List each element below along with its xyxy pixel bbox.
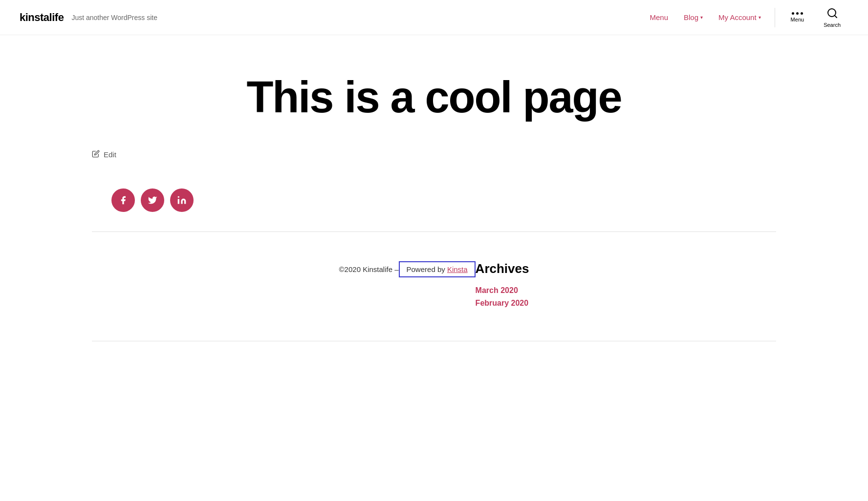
my-account-chevron-icon: ▾ xyxy=(759,15,761,20)
footer-top-divider xyxy=(92,231,776,232)
menu-dots-label: Menu xyxy=(791,17,804,22)
archive-link-march[interactable]: March 2020 xyxy=(476,286,529,295)
svg-point-3 xyxy=(178,196,179,197)
copyright-label: ©2020 Kinstalife – xyxy=(339,265,399,273)
twitter-button[interactable] xyxy=(141,188,164,212)
page-title: This is a cool page xyxy=(92,74,776,121)
edit-icon xyxy=(92,150,100,159)
archive-link-february[interactable]: February 2020 xyxy=(476,299,529,308)
header-right: Menu Blog ▾ My Account ▾ Menu xyxy=(644,3,849,32)
edit-label: Edit xyxy=(104,150,116,159)
dot-3 xyxy=(801,12,803,15)
site-tagline: Just another WordPress site xyxy=(71,14,157,21)
archives-title: Archives xyxy=(476,261,529,276)
footer-right: Archives March 2020 February 2020 xyxy=(476,261,529,312)
content-wrapper: This is a cool page Edit xyxy=(92,74,776,188)
kinsta-link[interactable]: Kinsta xyxy=(447,265,468,273)
dot-2 xyxy=(796,12,799,15)
site-title[interactable]: kinstalife xyxy=(20,11,64,24)
site-footer: ©2020 Kinstalife – Powered by Kinsta Arc… xyxy=(320,261,549,341)
linkedin-button[interactable] xyxy=(170,188,194,212)
powered-by-box: Powered by Kinsta xyxy=(399,261,476,277)
site-header: kinstalife Just another WordPress site M… xyxy=(0,0,868,35)
footer-left: ©2020 Kinstalife – Powered by Kinsta xyxy=(339,261,476,277)
header-left: kinstalife Just another WordPress site xyxy=(20,11,157,24)
blog-chevron-icon: ▾ xyxy=(700,15,703,20)
svg-rect-2 xyxy=(178,199,179,204)
edit-link[interactable]: Edit xyxy=(92,150,776,159)
dot-1 xyxy=(792,12,794,15)
social-icons xyxy=(111,188,194,212)
nav-my-account-link[interactable]: My Account ▾ xyxy=(713,9,767,25)
main-content: This is a cool page Edit xyxy=(0,35,868,361)
dots-row xyxy=(792,12,803,15)
header-divider xyxy=(775,8,775,27)
nav-menu-link[interactable]: Menu xyxy=(644,9,674,25)
search-button[interactable]: Search xyxy=(816,3,848,32)
svg-line-1 xyxy=(834,15,836,17)
footer-bottom-divider xyxy=(92,341,776,341)
search-label: Search xyxy=(824,22,841,28)
copyright-text: ©2020 Kinstalife – Powered by Kinsta xyxy=(339,261,476,277)
search-icon xyxy=(826,7,838,21)
menu-dots-button[interactable]: Menu xyxy=(783,8,812,26)
facebook-button[interactable] xyxy=(111,188,135,212)
nav-blog-link[interactable]: Blog ▾ xyxy=(678,9,709,25)
